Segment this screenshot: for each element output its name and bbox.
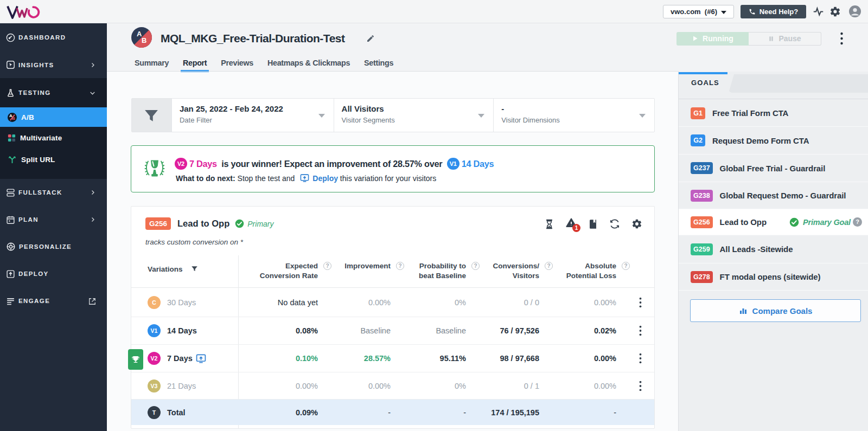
svg-text:B: B [142,36,146,44]
